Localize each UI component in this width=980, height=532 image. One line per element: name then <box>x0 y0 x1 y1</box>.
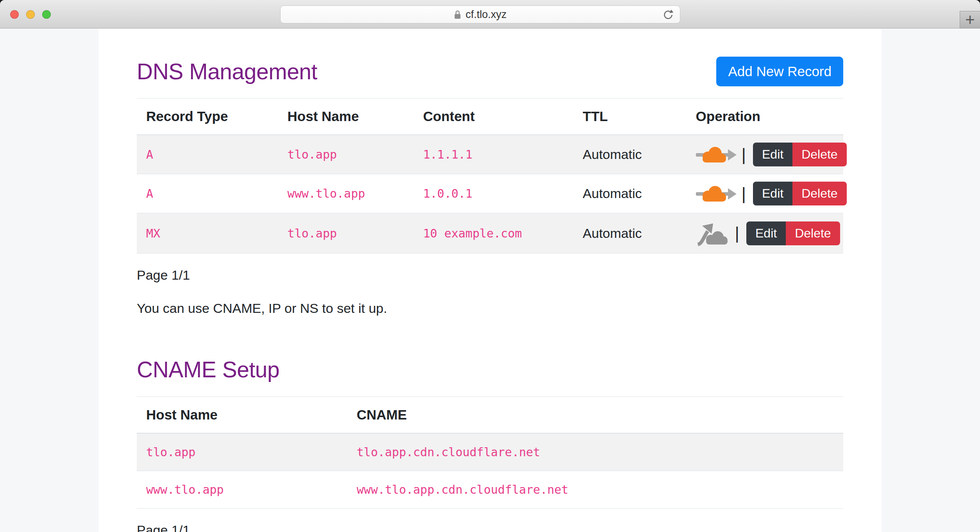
address-bar[interactable]: cf.tlo.xyz <box>280 5 680 23</box>
edit-button[interactable]: Edit <box>746 221 786 245</box>
refresh-icon[interactable] <box>662 9 674 21</box>
table-row: tlo.app tlo.app.cdn.cloudflare.net <box>137 433 843 471</box>
minimize-button[interactable] <box>26 10 35 19</box>
col-operation: Operation <box>687 98 843 135</box>
page-title: DNS Management <box>137 59 317 84</box>
zoom-button[interactable] <box>42 10 51 19</box>
host-name-cell: www.tlo.app <box>278 174 414 213</box>
window-controls <box>10 10 51 19</box>
browser-window: cf.tlo.xyz + DNS Management Add New Reco… <box>0 0 980 532</box>
host-name-cell: tlo.app <box>137 433 347 471</box>
plus-icon: + <box>965 11 975 29</box>
delete-button[interactable]: Delete <box>786 221 840 245</box>
cname-cell: www.tlo.app.cdn.cloudflare.net <box>347 471 843 509</box>
dns-header-row: DNS Management Add New Record <box>137 29 843 86</box>
ttl-cell: Automatic <box>573 174 686 213</box>
table-header-row: Record Type Host Name Content TTL Operat… <box>137 98 843 135</box>
table-row: www.tlo.app www.tlo.app.cdn.cloudflare.n… <box>137 471 843 509</box>
dns-only-cloud-icon[interactable] <box>696 220 730 246</box>
proxied-cloud-icon[interactable] <box>696 182 737 205</box>
ttl-cell: Automatic <box>573 213 686 254</box>
content-container: DNS Management Add New Record Record Typ… <box>98 29 882 532</box>
browser-toolbar: cf.tlo.xyz + <box>0 0 980 29</box>
edit-button[interactable]: Edit <box>753 143 792 166</box>
setup-note: You can use CNAME, IP or NS to set it up… <box>137 301 843 316</box>
col-host-name: Host Name <box>278 98 414 135</box>
lock-icon <box>454 9 461 20</box>
cname-cell: tlo.app.cdn.cloudflare.net <box>347 433 843 471</box>
edit-button[interactable]: Edit <box>753 182 792 205</box>
delete-button[interactable]: Delete <box>792 182 847 205</box>
table-row: A tlo.app 1.1.1.1 Automatic <box>137 135 843 174</box>
page-viewport[interactable]: DNS Management Add New Record Record Typ… <box>0 29 980 532</box>
separator: | <box>742 145 746 164</box>
close-button[interactable] <box>10 10 19 19</box>
dns-records-table: Record Type Host Name Content TTL Operat… <box>137 98 843 254</box>
add-new-record-button[interactable]: Add New Record <box>716 57 843 86</box>
cname-table: Host Name CNAME tlo.app tlo.app.cdn.clou… <box>137 396 843 509</box>
url-text: cf.tlo.xyz <box>465 9 506 21</box>
table-header-row: Host Name CNAME <box>137 397 843 434</box>
record-type-cell: MX <box>137 213 278 254</box>
cname-section-title: CNAME Setup <box>137 357 843 382</box>
content-cell: 10 example.com <box>414 213 574 254</box>
content-cell: 1.0.0.1 <box>414 174 574 213</box>
col-record-type: Record Type <box>137 98 278 135</box>
new-tab-button[interactable]: + <box>960 11 980 29</box>
col-cname: CNAME <box>347 397 843 434</box>
delete-button[interactable]: Delete <box>792 143 847 166</box>
host-name-cell: www.tlo.app <box>137 471 347 509</box>
separator: | <box>735 223 739 243</box>
col-content: Content <box>414 98 574 135</box>
record-type-cell: A <box>137 135 278 174</box>
host-name-cell: tlo.app <box>278 135 414 174</box>
ttl-cell: Automatic <box>573 135 686 174</box>
host-name-cell: tlo.app <box>278 213 414 254</box>
record-type-cell: A <box>137 174 278 213</box>
content-cell: 1.1.1.1 <box>414 135 574 174</box>
cname-pagination: Page 1/1 <box>137 523 843 532</box>
col-ttl: TTL <box>573 98 686 135</box>
proxied-cloud-icon[interactable] <box>696 143 737 166</box>
separator: | <box>742 184 746 204</box>
table-row: A www.tlo.app 1.0.0.1 Automatic <box>137 174 843 213</box>
col-host-name: Host Name <box>137 397 347 434</box>
table-row: MX tlo.app 10 example.com Automatic <box>137 213 843 254</box>
dns-pagination: Page 1/1 <box>137 268 843 283</box>
